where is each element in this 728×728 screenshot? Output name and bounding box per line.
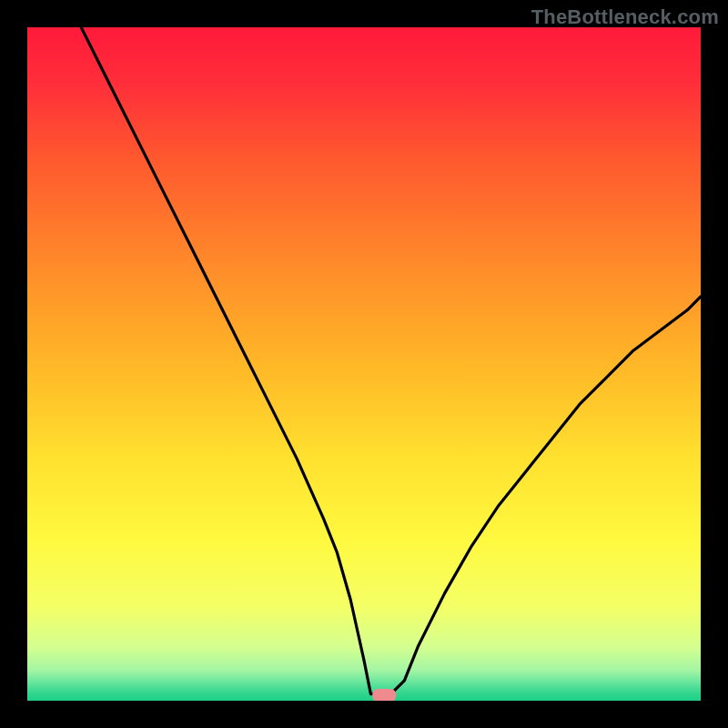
optimal-marker [372, 689, 396, 701]
watermark-text: TheBottleneck.com [531, 5, 719, 29]
gradient-background [27, 27, 701, 701]
chart-frame: TheBottleneck.com [0, 0, 728, 728]
plot-area [27, 27, 701, 701]
bottleneck-chart [27, 27, 701, 701]
